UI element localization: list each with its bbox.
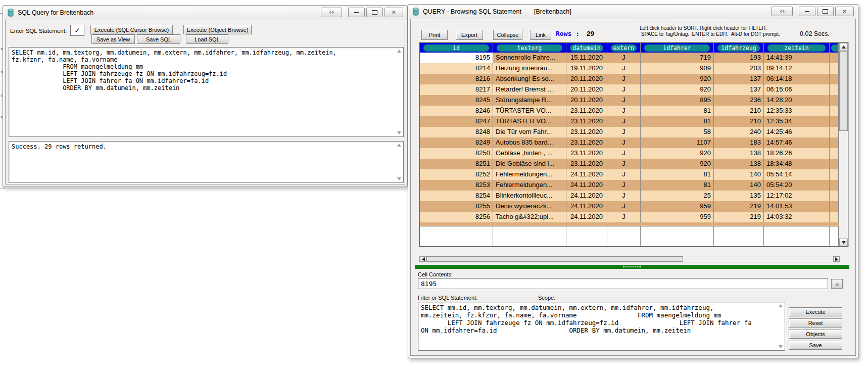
table-cell[interactable]: 14:28:20 xyxy=(764,95,830,106)
table-cell[interactable]: 23.11.2020 xyxy=(566,116,607,127)
table-cell[interactable] xyxy=(830,53,839,63)
table-cell[interactable]: 8254 xyxy=(420,191,493,201)
table-cell[interactable]: 24.11.2020 xyxy=(566,191,607,201)
scroll-up-icon[interactable] xyxy=(397,144,401,147)
filter-sql-text[interactable]: SELECT mm.id, mm.textorg, mm.datumein, m… xyxy=(421,304,776,334)
table-cell[interactable] xyxy=(830,201,839,212)
table-cell[interactable]: 135 xyxy=(714,191,764,201)
table-cell[interactable]: 19.11.2020 xyxy=(566,63,607,74)
table-cell[interactable]: 8248 xyxy=(420,127,493,137)
table-cell[interactable]: 959 xyxy=(641,212,714,222)
table-cell[interactable]: J xyxy=(607,74,641,84)
collapse-button[interactable]: Collapse xyxy=(493,30,522,40)
table-cell[interactable] xyxy=(830,191,839,201)
sql-input-scrollbar[interactable] xyxy=(396,49,402,135)
table-cell[interactable]: 210 xyxy=(714,106,764,116)
table-cell[interactable]: 8255 xyxy=(420,201,493,212)
table-cell[interactable]: 920 xyxy=(641,84,714,95)
table-cell[interactable]: 20.11.2020 xyxy=(566,95,607,106)
table-cell[interactable] xyxy=(830,159,839,169)
empty-table-cell[interactable] xyxy=(830,226,839,246)
close-button[interactable]: ✕ xyxy=(835,7,854,16)
table-cell[interactable]: Tacho g&#322;upi... xyxy=(493,212,566,222)
maximize-button[interactable] xyxy=(366,8,383,17)
scroll-up-icon[interactable] xyxy=(397,50,401,53)
table-cell[interactable]: 138 xyxy=(714,159,764,169)
column-header-textorg[interactable]: textorg xyxy=(493,43,566,53)
execute-sql-cursor-browse-button[interactable]: Execute (SQL Cursor Browse) xyxy=(90,25,173,34)
table-cell[interactable] xyxy=(830,148,839,159)
table-cell[interactable]: TÜRTASTER VO... xyxy=(493,106,566,116)
result-box-scrollbar[interactable] xyxy=(396,143,402,181)
table-cell[interactable]: J xyxy=(607,212,641,222)
table-vertical-scrollbar[interactable] xyxy=(839,43,848,246)
sql-statement-text[interactable]: SELECT mm.id, mm.textorg, mm.datumein, m… xyxy=(9,48,403,93)
table-cell[interactable]: 8216 xyxy=(420,74,493,84)
table-cell[interactable] xyxy=(830,84,839,95)
empty-table-cell[interactable] xyxy=(493,226,566,246)
table-cell[interactable]: 15.11.2020 xyxy=(566,53,607,63)
column-header-idfahrzeug[interactable]: idfahrzeug xyxy=(714,43,764,53)
column-header-datumein[interactable]: datumein xyxy=(566,43,607,53)
table-cell[interactable]: 8249 xyxy=(420,137,493,148)
table-cell[interactable]: 183 xyxy=(714,137,764,148)
table-cell[interactable]: 193 xyxy=(714,53,764,63)
table-cell[interactable]: 05:54:20 xyxy=(764,180,830,191)
table-cell[interactable]: 719 xyxy=(641,53,714,63)
table-cell[interactable]: 14:57:46 xyxy=(764,137,830,148)
column-header-id[interactable]: id xyxy=(420,43,493,53)
table-cell[interactable]: Absenkung! Es so... xyxy=(493,74,566,84)
table-cell[interactable]: 20.11.2020 xyxy=(566,74,607,84)
link-button[interactable]: Link xyxy=(530,30,551,40)
table-cell[interactable]: 23.11.2020 xyxy=(566,159,607,169)
table-cell[interactable]: Fehlermeldungen... xyxy=(493,180,566,191)
table-cell[interactable] xyxy=(830,169,839,180)
close-button[interactable]: ✕ xyxy=(384,8,403,17)
empty-table-cell[interactable] xyxy=(566,226,607,246)
table-cell[interactable]: 8251 xyxy=(420,159,493,169)
table-cell[interactable]: 909 xyxy=(641,63,714,74)
table-cell[interactable]: 12:17:02 xyxy=(764,191,830,201)
table-cell[interactable]: J xyxy=(607,106,641,116)
table-cell[interactable]: 920 xyxy=(641,74,714,84)
scroll-down-icon[interactable] xyxy=(397,177,401,180)
table-cell[interactable]: J xyxy=(607,191,641,201)
table-cell[interactable]: 14:25:46 xyxy=(764,127,830,137)
table-cell[interactable]: J xyxy=(607,127,641,137)
table-cell[interactable]: 24.11.2020 xyxy=(566,180,607,191)
load-sql-button[interactable]: Load SQL xyxy=(186,34,228,44)
table-cell[interactable] xyxy=(830,95,839,106)
table-cell[interactable]: J xyxy=(607,180,641,191)
table-cell[interactable]: 138 xyxy=(714,148,764,159)
filter-sql-input[interactable]: SELECT mm.id, mm.textorg, mm.datumein, m… xyxy=(418,302,785,351)
column-header-extern[interactable]: extern xyxy=(607,43,641,53)
table-cell[interactable]: 14:01:53 xyxy=(764,201,830,212)
save-as-view-button[interactable]: Save as View xyxy=(91,34,135,44)
validate-sql-button[interactable]: ✓ xyxy=(70,25,84,36)
scroll-down-icon[interactable] xyxy=(779,345,783,348)
maximize-button[interactable] xyxy=(817,7,834,16)
query-browser-titlebar[interactable]: QUERY - Browsing SQL Statement [Breitenb… xyxy=(409,5,857,18)
table-cell[interactable]: 23.11.2020 xyxy=(566,137,607,148)
table-cell[interactable]: 219 xyxy=(714,201,764,212)
table-cell[interactable] xyxy=(830,106,839,116)
table-cell[interactable] xyxy=(830,180,839,191)
empty-table-cell[interactable] xyxy=(641,226,714,246)
table-cell[interactable]: 920 xyxy=(641,148,714,159)
table-cell[interactable]: 8214 xyxy=(420,63,493,74)
table-cell[interactable]: 137 xyxy=(714,84,764,95)
table-cell[interactable]: 20.11.2020 xyxy=(566,84,607,95)
table-cell[interactable]: J xyxy=(607,84,641,95)
save-button[interactable]: Save xyxy=(789,341,842,350)
minimize-button[interactable] xyxy=(799,7,815,16)
table-cell[interactable]: 236 xyxy=(714,95,764,106)
table-cell[interactable]: J xyxy=(607,53,641,63)
table-cell[interactable] xyxy=(830,212,839,222)
table-cell[interactable]: 8256 xyxy=(420,212,493,222)
cell-contents-scroll-up-button[interactable] xyxy=(831,279,843,289)
table-cell[interactable]: 23.11.2020 xyxy=(566,148,607,159)
table-cell[interactable]: 81 xyxy=(641,106,714,116)
table-cell[interactable]: J xyxy=(607,159,641,169)
table-cell[interactable]: J xyxy=(607,116,641,127)
resize-button[interactable]: ⇔ xyxy=(771,7,793,16)
